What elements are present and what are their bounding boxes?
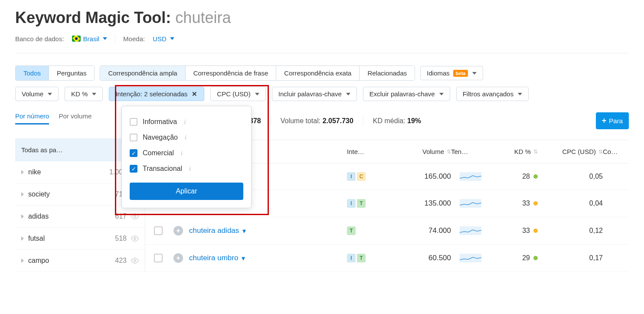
eye-icon[interactable]: [131, 257, 139, 265]
intent-option-transacional[interactable]: ✓ Transacional i: [130, 161, 243, 177]
cpc-value: 0,12: [589, 227, 603, 235]
keyword-link[interactable]: chuteira umbro: [189, 254, 238, 262]
filter-exclude[interactable]: Excluir palavras-chave: [363, 87, 450, 101]
chevron-down-icon[interactable]: ▾: [242, 227, 246, 235]
row-checkbox[interactable]: [154, 254, 163, 262]
chevron-down-icon: [170, 37, 174, 40]
intent-badge: I: [347, 172, 356, 181]
intent-option-label: Informativa: [143, 118, 177, 126]
tab-relacionadas[interactable]: Relacionadas: [360, 66, 415, 80]
info-icon[interactable]: i: [189, 165, 191, 173]
intent-option-informativa[interactable]: Informativa i: [130, 114, 243, 130]
filter-volume[interactable]: Volume: [15, 87, 59, 101]
tab-perguntas[interactable]: Perguntas: [49, 66, 94, 80]
col-kd[interactable]: KD % ⇅: [490, 148, 538, 155]
filter-volume-label: Volume: [22, 90, 43, 98]
close-icon[interactable]: ✕: [191, 91, 198, 98]
chevron-down-icon: [518, 93, 522, 95]
kd-value: 29: [522, 254, 530, 262]
chevron-right-icon: [21, 214, 24, 219]
info-icon[interactable]: i: [185, 134, 186, 141]
sparkline-icon: [460, 254, 481, 262]
info-icon[interactable]: i: [184, 118, 186, 126]
sidebar-item[interactable]: adidas 617: [15, 206, 145, 228]
kd-dot-icon: [533, 229, 538, 233]
checkbox-checked-icon[interactable]: ✓: [130, 165, 137, 173]
col-cpc[interactable]: CPC (USD) ⇅: [538, 148, 603, 155]
filter-advanced[interactable]: Filtros avançados: [456, 87, 529, 101]
sidebar-item-name: futsal: [28, 235, 111, 242]
cpc-value: 0,05: [589, 173, 603, 180]
tab-group-match: Correspondência ampla Correspondência de…: [100, 65, 415, 81]
intent-badge: I: [347, 199, 356, 208]
sidebar-item-count: 617: [115, 213, 127, 220]
intent-badge: T: [357, 254, 366, 262]
add-icon[interactable]: +: [173, 253, 183, 263]
intent-option-navegacao[interactable]: Navegação i: [130, 130, 243, 145]
separator: [115, 34, 115, 43]
filter-cpc[interactable]: CPC (USD): [210, 87, 266, 101]
currency-selector[interactable]: USD: [153, 35, 174, 43]
tab-group-type: Todos Perguntas: [15, 65, 95, 81]
chevron-right-icon: [21, 192, 24, 196]
kd-dot-icon: [533, 256, 538, 260]
keyword-link[interactable]: chuteira adidas: [189, 226, 239, 235]
db-selector[interactable]: Brasil: [72, 35, 108, 43]
stat-kd: KD média: 19%: [373, 117, 421, 125]
filter-kd[interactable]: KD %: [65, 87, 103, 101]
intent-badge: T: [357, 199, 366, 208]
view-tab-numero[interactable]: Por número: [15, 112, 49, 124]
db-label: Banco de dados:: [15, 35, 64, 43]
svg-point-2: [134, 216, 136, 218]
sidebar-item[interactable]: futsal 518: [15, 228, 145, 250]
separator: [363, 116, 363, 126]
tab-frase[interactable]: Correspondência de frase: [186, 66, 277, 80]
intent-option-label: Navegação: [143, 134, 178, 141]
lang-label: Idiomas: [427, 69, 450, 77]
intent-badge: C: [357, 172, 366, 181]
beta-badge: beta: [453, 70, 468, 77]
col-trend[interactable]: Ten…: [451, 148, 490, 155]
intent-option-comercial[interactable]: ✓ Comercial i: [130, 145, 243, 161]
sidebar-item-count: 518: [115, 235, 127, 242]
chevron-down-icon[interactable]: ▾: [242, 254, 245, 262]
filter-include[interactable]: Incluir palavras-chave: [272, 87, 357, 101]
eye-icon[interactable]: [131, 235, 139, 242]
filter-advanced-label: Filtros avançados: [463, 90, 514, 98]
tab-todos[interactable]: Todos: [16, 66, 49, 80]
filter-intent[interactable]: Intenção: 2 selecionadas ✕: [109, 87, 204, 101]
col-intent[interactable]: Inte…: [347, 148, 386, 155]
info-icon[interactable]: i: [181, 150, 183, 157]
col-co[interactable]: Co…: [603, 148, 629, 155]
chevron-right-icon: [21, 258, 24, 263]
title-prefix: Keyword Magic Tool:: [15, 9, 175, 26]
tab-exata[interactable]: Correspondência exata: [276, 66, 360, 80]
add-icon[interactable]: +: [173, 226, 183, 236]
row-checkbox[interactable]: [154, 226, 163, 235]
filter-exclude-label: Excluir palavras-chave: [369, 90, 435, 98]
kd-value: 33: [522, 227, 530, 235]
apply-button[interactable]: Aplicar: [130, 183, 243, 200]
sort-icon: ⇅: [598, 149, 603, 155]
para-button[interactable]: +Para: [596, 112, 629, 129]
view-tab-volume[interactable]: Por volume: [59, 112, 92, 124]
languages-chip[interactable]: Idiomas beta: [420, 66, 483, 80]
chevron-down-icon: [472, 72, 477, 75]
checkbox-checked-icon[interactable]: ✓: [130, 149, 137, 157]
table-row: +chuteira umbro▾ IT 60.500 29 0,17: [145, 245, 629, 272]
intent-option-label: Comercial: [143, 149, 174, 157]
brazil-flag-icon: [72, 36, 81, 42]
kd-value: 28: [522, 173, 530, 180]
checkbox-icon[interactable]: [130, 118, 137, 126]
sidebar-item[interactable]: campo 423: [15, 250, 145, 272]
checkbox-icon[interactable]: [130, 134, 137, 141]
db-value: Brasil: [83, 35, 100, 43]
separator: [271, 116, 271, 126]
sort-icon: ⇅: [447, 149, 451, 155]
tab-ampla[interactable]: Correspondência ampla: [100, 66, 185, 80]
eye-icon[interactable]: [131, 213, 139, 220]
chevron-down-icon: [103, 37, 107, 40]
kd-value: 33: [522, 200, 530, 207]
stat-volume: Volume total: 2.057.730: [281, 117, 353, 125]
col-volume[interactable]: Volume ⇅: [386, 148, 451, 155]
